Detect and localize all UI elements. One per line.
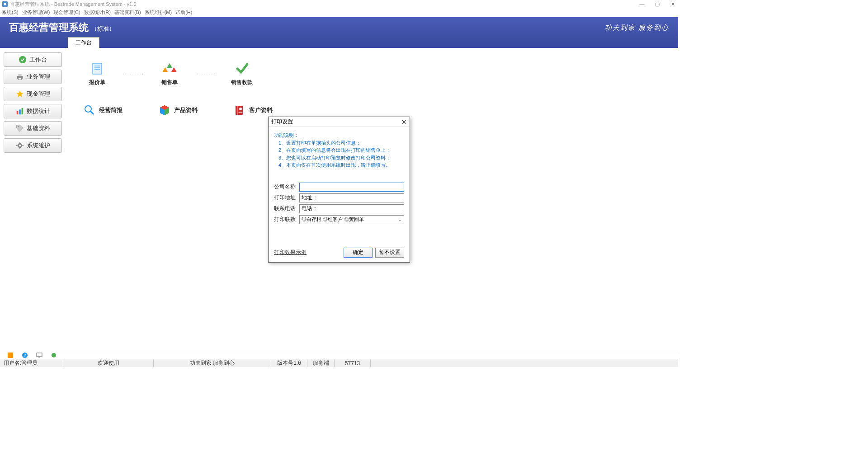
menu-stats[interactable]: 数据统计(R) bbox=[84, 9, 111, 16]
dialog-close-button[interactable]: ✕ bbox=[401, 118, 407, 126]
sidebar-maintenance[interactable]: 系统维护 bbox=[4, 138, 62, 153]
print-settings-dialog: 打印设置 ✕ 功能说明： 1、设置打印在单据抬头的公司信息； 2、在页面填写的信… bbox=[268, 117, 410, 263]
minimize-button[interactable]: — bbox=[638, 1, 646, 7]
status-port: 57713 bbox=[335, 359, 371, 367]
arrow-icon: ···········› bbox=[120, 71, 147, 76]
menu-bar: 系统(S) 业务管理(W) 现金管理(C) 数据统计(R) 基础资料(B) 系统… bbox=[0, 8, 678, 17]
phone-input[interactable] bbox=[299, 204, 404, 213]
sidebar-cash[interactable]: 现金管理 bbox=[4, 87, 62, 101]
svg-point-30 bbox=[52, 353, 56, 357]
feature-report[interactable]: 经营简报 bbox=[84, 104, 123, 116]
close-button[interactable]: ✕ bbox=[669, 1, 676, 7]
feature-row: 经营简报 产品资料 客户资料 bbox=[84, 104, 660, 116]
sidebar-business[interactable]: 业务管理 bbox=[4, 70, 62, 84]
menu-help[interactable]: 帮助(H) bbox=[175, 9, 192, 16]
tab-workbench[interactable]: 工作台 bbox=[68, 37, 99, 48]
company-label: 公司名称 bbox=[274, 183, 297, 191]
workflow-label: 销售收款 bbox=[231, 79, 253, 86]
form-row-phone: 联系电话 bbox=[274, 204, 404, 213]
svg-point-20 bbox=[85, 106, 91, 112]
svg-rect-23 bbox=[237, 106, 238, 115]
printer-icon bbox=[16, 73, 24, 81]
svg-rect-16 bbox=[93, 63, 102, 74]
skip-button[interactable]: 暂不设置 bbox=[375, 248, 404, 258]
window-title: 百惠经营管理系统 - Bestrade Management System - … bbox=[10, 1, 136, 8]
sidebar-stats[interactable]: 数据统计 bbox=[4, 104, 62, 118]
svg-text:?: ? bbox=[24, 353, 26, 357]
sidebar-basic[interactable]: 基础资料 bbox=[4, 121, 62, 136]
desc-line: 1、设置打印在单据抬头的公司信息； bbox=[274, 139, 404, 147]
arrow-icon: ···········› bbox=[192, 71, 219, 76]
svg-rect-25 bbox=[8, 352, 13, 358]
copies-value: ◎白存根 ◎红客户 ◎黄回单 bbox=[302, 216, 364, 223]
check-icon bbox=[19, 56, 27, 64]
desc-line: 4、本页面仅在首次使用系统时出现，请正确填写。 bbox=[274, 161, 404, 169]
form-row-copies: 打印联数 ◎白存根 ◎红客户 ◎黄回单 ⌄ bbox=[274, 215, 404, 224]
svg-rect-6 bbox=[16, 111, 18, 114]
tag-icon bbox=[16, 124, 24, 132]
svg-rect-5 bbox=[18, 78, 21, 80]
document-icon bbox=[90, 61, 104, 76]
app-icon bbox=[2, 1, 8, 7]
sidebar: 工作台 业务管理 现金管理 数据统计 基础资料 bbox=[0, 48, 66, 351]
note-icon[interactable] bbox=[7, 352, 14, 358]
checkmark-icon bbox=[235, 61, 249, 76]
feature-product[interactable]: 产品资料 bbox=[159, 104, 198, 116]
menu-maintenance[interactable]: 系统维护(M) bbox=[145, 9, 172, 16]
maximize-button[interactable]: ▢ bbox=[654, 1, 661, 7]
recycle-icon bbox=[162, 61, 177, 76]
sidebar-item-label: 现金管理 bbox=[27, 90, 50, 98]
dialog-footer: 打印效果示例 确定 暂不设置 bbox=[269, 244, 410, 262]
svg-rect-13 bbox=[19, 148, 20, 149]
feature-label: 客户资料 bbox=[249, 106, 273, 114]
sidebar-workbench[interactable]: 工作台 bbox=[4, 52, 62, 67]
menu-system[interactable]: 系统(S) bbox=[2, 9, 19, 16]
tab-row: 工作台 bbox=[0, 38, 678, 48]
phone-label: 联系电话 bbox=[274, 205, 297, 212]
sidebar-item-label: 业务管理 bbox=[27, 73, 50, 81]
chevron-down-icon: ⌄ bbox=[398, 217, 402, 222]
ok-button[interactable]: 确定 bbox=[344, 248, 373, 258]
svg-rect-4 bbox=[18, 74, 21, 76]
sidebar-item-label: 工作台 bbox=[29, 56, 47, 64]
status-icon[interactable] bbox=[51, 352, 57, 358]
window-controls: — ▢ ✕ bbox=[638, 1, 676, 7]
screen-icon[interactable] bbox=[36, 352, 42, 358]
svg-line-21 bbox=[90, 111, 94, 114]
workflow-quote[interactable]: 报价单 bbox=[84, 61, 111, 86]
svg-rect-12 bbox=[19, 142, 20, 143]
svg-point-1 bbox=[4, 3, 6, 5]
svg-rect-8 bbox=[21, 108, 23, 114]
menu-basic[interactable]: 基础资料(B) bbox=[114, 9, 141, 16]
svg-rect-28 bbox=[37, 353, 42, 357]
bottom-icons-bar: ? bbox=[0, 351, 678, 359]
status-welcome: 欢迎使用 bbox=[63, 359, 154, 367]
workflow-receipt[interactable]: 销售收款 bbox=[228, 61, 255, 86]
dialog-body: 功能说明： 1、设置打印在单据抬头的公司信息； 2、在页面填写的信息将会出现在打… bbox=[269, 127, 410, 230]
sidebar-item-label: 系统维护 bbox=[27, 141, 50, 150]
magnifier-icon bbox=[84, 104, 95, 116]
help-icon[interactable]: ? bbox=[22, 352, 28, 358]
company-input[interactable] bbox=[299, 183, 404, 192]
svg-point-9 bbox=[18, 126, 19, 127]
print-preview-link[interactable]: 打印效果示例 bbox=[274, 249, 307, 256]
workflow-label: 销售单 bbox=[161, 79, 178, 86]
app-header: 百惠经营管理系统 （标准） 功夫到家 服务到心 bbox=[0, 17, 678, 38]
svg-rect-29 bbox=[38, 357, 40, 357]
chart-icon bbox=[16, 107, 24, 115]
desc-line: 3、您也可以在启动打印预览时修改打印公司资料； bbox=[274, 154, 404, 162]
svg-rect-14 bbox=[16, 145, 17, 146]
workflow-sales[interactable]: 销售单 bbox=[156, 61, 183, 86]
svg-rect-22 bbox=[236, 106, 243, 115]
menu-business[interactable]: 业务管理(W) bbox=[22, 9, 50, 16]
status-user: 用户名:管理员 bbox=[0, 359, 63, 367]
feature-customer[interactable]: 客户资料 bbox=[234, 104, 273, 116]
address-label: 打印地址 bbox=[274, 194, 297, 202]
address-input[interactable] bbox=[299, 193, 404, 202]
gear-icon bbox=[16, 141, 24, 150]
menu-cash[interactable]: 现金管理(C) bbox=[53, 9, 80, 16]
copies-select[interactable]: ◎白存根 ◎红客户 ◎黄回单 ⌄ bbox=[299, 215, 404, 224]
svg-point-2 bbox=[19, 56, 26, 63]
sidebar-item-label: 基础资料 bbox=[27, 124, 50, 132]
svg-rect-15 bbox=[22, 145, 24, 146]
